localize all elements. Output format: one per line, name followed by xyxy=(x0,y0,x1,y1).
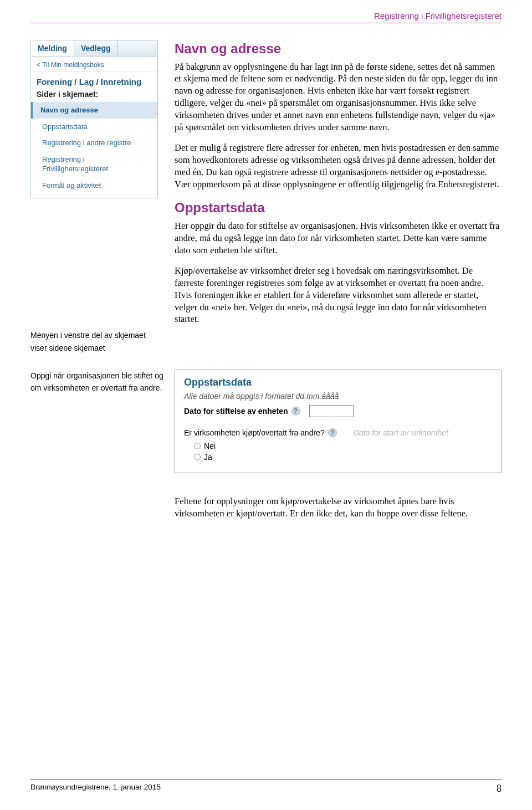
footer-left: Brønnøysundregistrene, 1. januar 2015 xyxy=(30,783,161,794)
radio-nei[interactable] xyxy=(194,443,201,449)
form-oppstartsdata: Oppstartsdata Alle datoer må oppgis i fo… xyxy=(175,370,502,473)
body-para-5: Feltene for opplysninger om kjøp/overtak… xyxy=(175,495,502,520)
tab-vedlegg[interactable]: Vedlegg xyxy=(74,40,118,56)
radio-nei-label: Nei xyxy=(204,442,216,450)
header-title: Registrering i Frivillighetsregisteret xyxy=(374,11,502,20)
help-icon[interactable]: ? xyxy=(291,407,300,416)
tab-bar: Melding Vedlegg xyxy=(31,40,157,57)
radio-group-overtatt: Nei Ja xyxy=(184,440,492,463)
page-number: 8 xyxy=(497,783,502,794)
date-label-row: Dato for stiftelse av enheten ? xyxy=(184,405,354,417)
sidebar-item-registrering-andre[interactable]: Registrering i andre registre xyxy=(31,135,157,151)
figure-caption-form: Oppgi når organisasjonen ble stiftet og … xyxy=(30,370,163,473)
form-date-format-note: Alle datoer må oppgis i formatet dd.mm.å… xyxy=(184,392,492,401)
tab-melding[interactable]: Melding xyxy=(31,40,74,56)
sidebar-item-formaal[interactable]: Formål og aktivitet xyxy=(31,177,157,194)
sidebar-item-navn-og-adresse[interactable]: Navn og adresse xyxy=(31,102,157,119)
form-heading: Oppstartsdata xyxy=(184,377,492,388)
question-label: Er virksomheten kjøpt/overtatt fra andre… xyxy=(184,428,325,437)
body-para-3: Her oppgir du dato for stiftelse av orga… xyxy=(175,220,502,256)
body-para-4: Kjøp/overtakelse av virksomhet dreier se… xyxy=(175,265,502,325)
disabled-date-label: Dato for start av virksomhet xyxy=(354,428,448,437)
heading-navn-og-adresse: Navn og adresse xyxy=(175,40,502,58)
heading-oppstartsdata: Oppstartsdata xyxy=(175,199,502,217)
date-label: Dato for stiftelse av enheten xyxy=(184,407,288,416)
sidebar-item-oppstartsdata[interactable]: Oppstartsdata xyxy=(31,119,157,135)
sidebar-menu: Melding Vedlegg < Til Min meldingsboks F… xyxy=(30,40,158,198)
sidebar-item-registrering-frivillighet[interactable]: Registrering i Frivillighetsregisteret xyxy=(31,151,157,177)
radio-ja-label: Ja xyxy=(204,453,212,462)
body-para-2: Det er mulig å registrere flere adresser… xyxy=(175,142,502,190)
radio-ja[interactable] xyxy=(194,454,201,460)
menu-subheading: Sider i skjemaet: xyxy=(31,88,157,102)
menu-heading: Forening / Lag / Innretning xyxy=(31,71,157,88)
date-input-stiftelse[interactable] xyxy=(309,405,354,417)
help-icon[interactable]: ? xyxy=(328,428,337,437)
figure-caption-menu: Menyen i venstre del av skjemaet viser s… xyxy=(30,329,163,354)
running-header: Registrering i Frivillighetsregisteret xyxy=(30,11,502,23)
footer: Brønnøysundregistrene, 1. januar 2015 8 xyxy=(30,779,502,794)
body-para-1: På bakgrunn av opplysningene du har lagt… xyxy=(175,61,502,134)
back-link[interactable]: < Til Min meldingsboks xyxy=(31,57,157,71)
question-row: Er virksomheten kjøpt/overtatt fra andre… xyxy=(184,428,337,437)
menu-items: Navn og adresse Oppstartsdata Registreri… xyxy=(31,102,157,198)
